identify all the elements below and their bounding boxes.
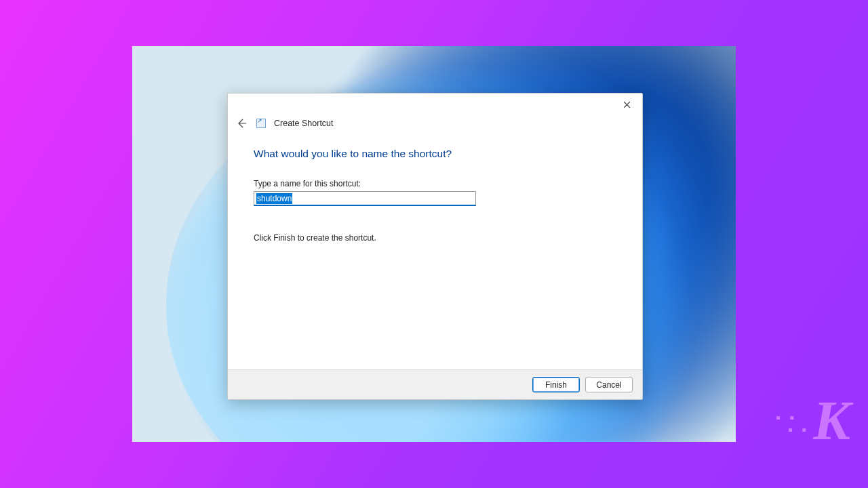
close-button[interactable] [611,94,642,115]
wizard-header: Create Shortcut [228,108,642,134]
wizard-title: Create Shortcut [274,119,334,128]
back-button[interactable] [235,117,248,130]
page-heading: What would you like to name the shortcut… [254,148,616,160]
cancel-button[interactable]: Cancel [585,377,633,392]
create-shortcut-dialog: Create Shortcut What would you like to n… [227,93,643,400]
help-text: Click Finish to create the shortcut. [254,233,616,243]
dialog-footer: Finish Cancel [228,369,642,399]
finish-button[interactable]: Finish [532,377,580,392]
name-field-label: Type a name for this shortcut: [254,179,616,188]
shortcut-icon [256,119,266,128]
close-icon [623,101,631,108]
back-arrow-icon [236,118,247,129]
shortcut-name-value: shutdown [256,193,292,204]
shortcut-name-input[interactable]: shutdown [254,191,476,206]
site-watermark: ▪ ▪ ▪ ▪ K [776,389,848,453]
